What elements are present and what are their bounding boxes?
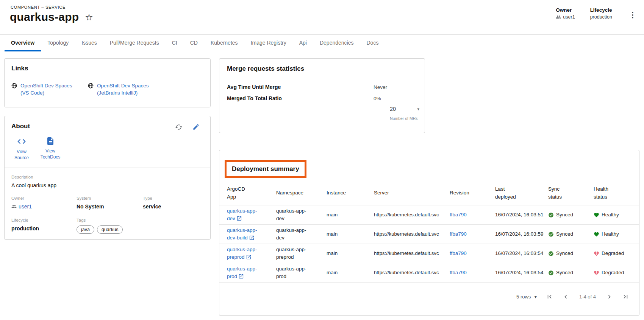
sync-status-text: Synced bbox=[556, 250, 573, 257]
table-header-cell: Instance bbox=[327, 189, 374, 197]
revision-link[interactable]: ffba790 bbox=[450, 231, 467, 237]
check-circle-icon bbox=[548, 251, 554, 256]
instance-cell: main bbox=[327, 250, 374, 257]
merge-stats-card: Merge requests statistics Avg Time Until… bbox=[219, 58, 425, 133]
view-source-button[interactable]: View Source bbox=[10, 137, 33, 161]
external-link[interactable]: OpenShift Dev Spaces (JetBrains IntelliJ… bbox=[88, 82, 151, 97]
next-page-button[interactable] bbox=[606, 293, 613, 300]
health-status-cell: Degraded bbox=[594, 250, 631, 257]
tab[interactable]: CD bbox=[184, 35, 204, 51]
last-deployed-cell: 16/07/2024, 16:03:54 bbox=[495, 250, 548, 257]
argocd-app-link[interactable]: quarkus-app-dev-build bbox=[227, 227, 265, 241]
table-header-row: ArgoCD AppNamespaceInstanceServerRevisio… bbox=[219, 181, 639, 205]
health-status-text: Healthy bbox=[602, 230, 619, 238]
entity-tabs: OverviewTopologyIssuesPull/Merge Request… bbox=[0, 35, 644, 51]
tab[interactable]: Image Registry bbox=[244, 35, 293, 51]
broken-heart-icon bbox=[594, 251, 599, 256]
code-icon bbox=[17, 137, 27, 146]
pagination-range: 1-4 of 4 bbox=[578, 294, 597, 300]
argocd-app-link[interactable]: quarkus-app-preprod bbox=[227, 246, 265, 261]
last-page-button[interactable] bbox=[622, 293, 629, 300]
owner-label: Owner bbox=[556, 7, 575, 13]
refresh-icon[interactable] bbox=[175, 123, 183, 131]
argocd-app-link[interactable]: quarkus-app-prod bbox=[227, 265, 265, 280]
system-value: No System bbox=[77, 203, 143, 210]
open-in-new-icon bbox=[246, 254, 252, 260]
tab[interactable]: Docs bbox=[360, 35, 385, 51]
page-title: quarkus-app bbox=[10, 11, 79, 23]
revision-link[interactable]: ffba790 bbox=[450, 270, 467, 275]
open-in-new-icon bbox=[249, 235, 255, 241]
description-label: Description bbox=[11, 175, 203, 179]
header-lifecycle: Lifecycle production bbox=[590, 7, 612, 20]
tab[interactable]: Topology bbox=[41, 35, 75, 51]
check-circle-icon bbox=[548, 212, 554, 218]
number-of-mrs-select[interactable]: 20 ▾ Number of MRs bbox=[390, 106, 419, 121]
tab[interactable]: CI bbox=[166, 35, 184, 51]
argocd-app-link[interactable]: quarkus-app-dev bbox=[227, 207, 265, 222]
table-header-cell: Last deployed bbox=[495, 185, 548, 201]
entity-kind-kicker: COMPONENT – SERVICE bbox=[11, 5, 66, 9]
view-techdocs-label: View TechDocs bbox=[39, 148, 61, 160]
broken-heart-icon bbox=[594, 270, 599, 276]
rows-per-page-value: 5 rows bbox=[516, 294, 531, 300]
stat-row: Merged To Total Ratio 0% bbox=[227, 95, 417, 101]
namespace-cell: quarkus-app-preprod bbox=[276, 246, 313, 261]
favorite-star-icon[interactable]: ☆ bbox=[85, 12, 93, 22]
table-header-cell: Revision bbox=[450, 189, 495, 197]
about-owner-label: Owner bbox=[11, 196, 77, 200]
server-cell: https://kubernetes.default.svc bbox=[374, 250, 450, 257]
instance-cell: main bbox=[327, 269, 374, 277]
open-in-new-icon bbox=[236, 216, 242, 221]
table-header-cell: Health status bbox=[594, 185, 631, 201]
globe-icon bbox=[88, 83, 94, 89]
stat-value: Never bbox=[374, 84, 417, 90]
table-pagination: 5 rows ▾ 1-4 of 4 bbox=[219, 283, 639, 300]
tag-chip[interactable]: quarkus bbox=[97, 225, 123, 234]
health-status-text: Degraded bbox=[602, 250, 624, 257]
heart-icon bbox=[594, 212, 599, 218]
previous-page-button[interactable] bbox=[562, 293, 569, 300]
first-page-button[interactable] bbox=[546, 293, 553, 300]
about-owner-link[interactable]: user1 bbox=[11, 203, 77, 210]
deployment-summary-card: Deployment summary ArgoCD AppNamespaceIn… bbox=[219, 150, 639, 316]
server-cell: https://kubernetes.default.svc bbox=[374, 269, 450, 276]
last-deployed-cell: 16/07/2024, 16:03:54 bbox=[495, 269, 548, 277]
edit-icon[interactable] bbox=[192, 123, 200, 131]
links-card: Links OpenShift Dev Spaces (VS Code) Ope… bbox=[4, 58, 211, 107]
link-label: OpenShift Dev Spaces (VS Code) bbox=[20, 82, 74, 97]
tab[interactable]: Dependencies bbox=[313, 35, 360, 51]
open-in-new-icon bbox=[238, 273, 244, 279]
table-row: quarkus-app-dev quarkus-app-dev main htt… bbox=[219, 205, 639, 225]
sync-status-cell: Synced bbox=[548, 250, 594, 257]
tab[interactable]: Issues bbox=[75, 35, 103, 51]
table-header-cell: Namespace bbox=[276, 189, 327, 197]
tag-chip[interactable]: java bbox=[77, 225, 94, 234]
view-techdocs-button[interactable]: View TechDocs bbox=[39, 137, 62, 161]
health-status-cell: Healthy bbox=[594, 211, 631, 219]
revision-link[interactable]: ffba790 bbox=[450, 250, 467, 256]
instance-cell: main bbox=[327, 211, 374, 219]
type-value: service bbox=[143, 203, 203, 210]
tab[interactable]: Api bbox=[293, 35, 313, 51]
rows-per-page-select[interactable]: 5 rows ▾ bbox=[516, 294, 537, 300]
health-status-cell: Healthy bbox=[594, 230, 631, 238]
stat-label: Avg Time Until Merge bbox=[227, 84, 374, 90]
view-source-label: View Source bbox=[11, 149, 33, 161]
instance-cell: main bbox=[327, 230, 374, 238]
tab[interactable]: Pull/Merge Requests bbox=[103, 35, 166, 51]
globe-icon bbox=[11, 83, 17, 89]
tab[interactable]: Kubernetes bbox=[204, 35, 244, 51]
external-link[interactable]: OpenShift Dev Spaces (VS Code) bbox=[11, 82, 74, 97]
table-row: quarkus-app-preprod quarkus-app-preprod … bbox=[219, 244, 639, 263]
table-row: quarkus-app-dev-build quarkus-app-dev ma… bbox=[219, 225, 639, 244]
table-header-cell: ArgoCD App bbox=[227, 185, 276, 201]
lifecycle-value: production bbox=[590, 14, 612, 20]
merge-stats-title: Merge requests statistics bbox=[227, 65, 417, 73]
kebab-menu-icon[interactable]: ⋮ bbox=[627, 10, 638, 19]
revision-link[interactable]: ffba790 bbox=[450, 212, 467, 217]
table-header-cell: Server bbox=[374, 189, 450, 197]
table-body: quarkus-app-dev quarkus-app-dev main htt… bbox=[219, 205, 639, 283]
tab[interactable]: Overview bbox=[5, 35, 41, 51]
health-status-cell: Degraded bbox=[594, 269, 631, 277]
